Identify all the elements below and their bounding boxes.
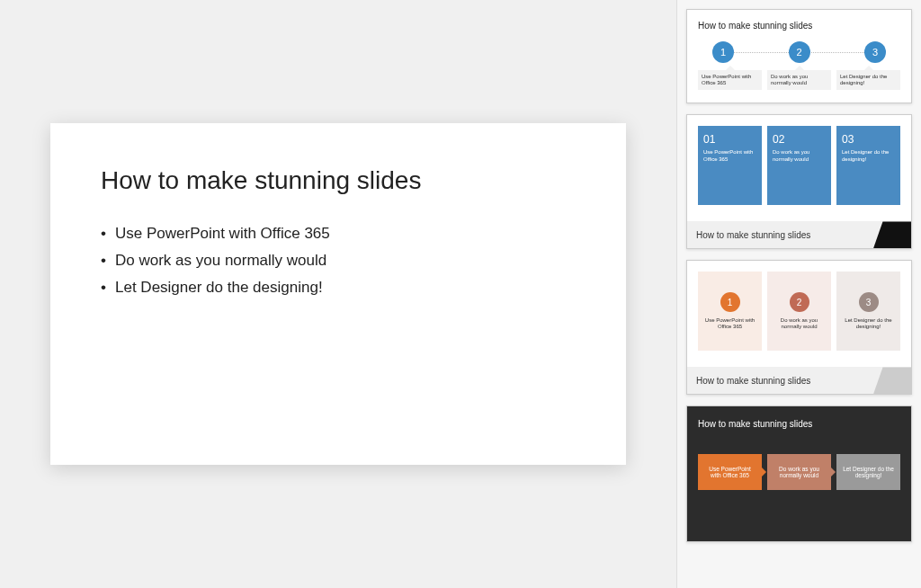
tile-text: Let Designer do the designing! [842, 317, 895, 330]
bullet-item[interactable]: Use PowerPoint with Office 365 [101, 220, 576, 247]
tile: 1 Use PowerPoint with Office 365 [698, 272, 762, 351]
tile: 02 Do work as you normally would [767, 126, 831, 205]
design-footer-title: How to make stunning slides [687, 221, 911, 248]
design-option-dark-chevron[interactable]: How to make stunning slides Use PowerPoi… [686, 405, 912, 542]
design-option-blue-tiles[interactable]: 01 Use PowerPoint with Office 365 02 Do … [686, 114, 912, 249]
tile-number-circle: 3 [859, 292, 879, 312]
chevron-tile: Let Designer do the designing! [836, 454, 900, 490]
chevron-row: Use PowerPoint with Office 365 Do work a… [698, 454, 900, 490]
step-circle: 3 [864, 41, 886, 63]
main-slide[interactable]: How to make stunning slides Use PowerPoi… [50, 123, 626, 465]
tile-number: 03 [842, 133, 895, 146]
tile-text: Do work as you normally would [773, 149, 826, 162]
tile-text: Do work as you normally would [773, 317, 826, 330]
tile-number: 01 [703, 133, 756, 146]
tile-number-circle: 1 [720, 292, 740, 312]
tile: 3 Let Designer do the designing! [836, 272, 900, 351]
tile: 01 Use PowerPoint with Office 365 [698, 126, 762, 205]
step-caption: Let Designer do the designing! [836, 70, 900, 90]
bullet-item[interactable]: Do work as you normally would [101, 247, 576, 274]
tile-number-circle: 2 [790, 292, 809, 312]
tile-number: 02 [773, 133, 826, 146]
tile: 03 Let Designer do the designing! [836, 126, 900, 205]
chevron-tile: Use PowerPoint with Office 365 [698, 454, 762, 490]
step-caption: Do work as you normally would [767, 70, 831, 90]
design-title: How to make stunning slides [698, 419, 900, 429]
step-caption: Use PowerPoint with Office 365 [698, 70, 762, 90]
step-circle: 2 [789, 41, 810, 63]
bullet-item[interactable]: Let Designer do the designing! [101, 274, 576, 301]
caption-row: Use PowerPoint with Office 365 Do work a… [698, 70, 900, 90]
step-circle: 1 [712, 41, 734, 63]
designer-panel[interactable]: How to make stunning slides 1 2 3 Use Po… [676, 0, 921, 588]
slide-title[interactable]: How to make stunning slides [101, 166, 576, 195]
tile-text: Use PowerPoint with Office 365 [703, 149, 756, 162]
tile: 2 Do work as you normally would [767, 272, 831, 351]
chevron-tile: Do work as you normally would [767, 454, 831, 490]
design-footer-title: How to make stunning slides [687, 367, 911, 394]
design-option-circles-timeline[interactable]: How to make stunning slides 1 2 3 Use Po… [686, 9, 912, 103]
slide-canvas[interactable]: How to make stunning slides Use PowerPoi… [0, 0, 676, 588]
timeline-circles: 1 2 3 [698, 41, 900, 63]
design-option-soft-tiles[interactable]: 1 Use PowerPoint with Office 365 2 Do wo… [686, 260, 912, 395]
bullet-list[interactable]: Use PowerPoint with Office 365 Do work a… [101, 220, 576, 300]
tile-text: Let Designer do the designing! [842, 149, 895, 162]
design-title: How to make stunning slides [698, 21, 900, 31]
tile-text: Use PowerPoint with Office 365 [703, 317, 756, 330]
